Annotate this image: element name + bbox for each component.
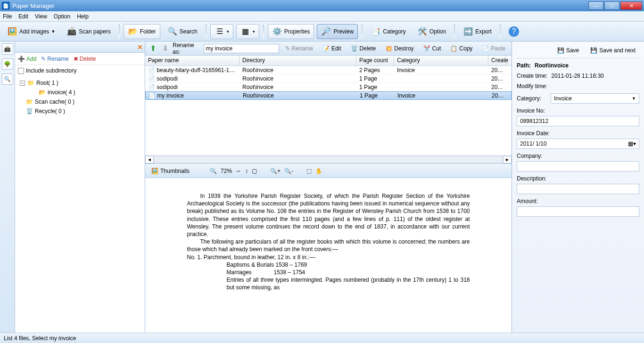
company-input[interactable] (517, 161, 639, 172)
col-create[interactable]: Create (488, 56, 506, 65)
table-row[interactable]: 📄 sodipodiRoot\invoice1 Page2011-0 (145, 83, 512, 91)
hand-icon[interactable]: ✋ (315, 168, 322, 174)
menu-edit[interactable]: Edit (18, 13, 28, 20)
tree-add-button[interactable]: ➕Add (18, 56, 36, 62)
invoice-date-input[interactable]: 2011/ 1/10 ▦▾ (517, 139, 639, 149)
col-paper-name[interactable]: Paper name (145, 56, 239, 65)
page-icon: 📄 (149, 92, 156, 99)
copy-button[interactable]: 📋Copy (447, 44, 476, 53)
tree-node-recycle[interactable]: 🗑️ Recycle( 0 ) (18, 106, 142, 116)
export-button[interactable]: ➡️ Export (459, 24, 496, 39)
rename-icon: ✎ (285, 45, 290, 52)
invoice-no-input[interactable]: 089812312 (517, 116, 639, 126)
table-row[interactable]: 📄 my invoiceRoot\invoice1 PageInvoice201… (145, 91, 512, 100)
rename-button[interactable]: ✎Rename (282, 44, 316, 53)
search-button[interactable]: 🔍 Search (163, 24, 202, 39)
col-directory[interactable]: Directory (239, 56, 356, 65)
folder-button[interactable]: 📂 Folder (124, 24, 160, 39)
recycle-icon: 🗑️ (25, 108, 33, 114)
copy-icon: 📋 (450, 45, 457, 52)
horizontal-scrollbar[interactable]: ◄ ► (145, 155, 512, 163)
calendar-icon[interactable]: ▦▾ (628, 140, 636, 147)
category-icon: 📑 (371, 26, 381, 37)
document-preview[interactable]: In 1939 the Yorkshire Parish Register So… (145, 178, 512, 333)
include-subdir-row[interactable]: Include subdirectory (15, 65, 145, 76)
collapse-icon[interactable]: − (20, 81, 25, 86)
col-page-count[interactable]: Page count (356, 56, 394, 65)
grid-body: 📄 beauty-hilary-duff-3165961-1024...Root… (145, 66, 512, 155)
add-images-button[interactable]: 🖼️ Add images ▼ (3, 24, 59, 39)
category-select[interactable]: Invoice ▼ (551, 93, 639, 104)
close-button[interactable]: ✕ (620, 1, 642, 10)
amount-input[interactable] (517, 206, 639, 217)
maximize-button[interactable]: □ (604, 1, 619, 10)
app-title: Paper Manager (12, 2, 588, 9)
save-button[interactable]: 💾Save (553, 45, 583, 56)
description-input[interactable] (517, 184, 639, 194)
delete-button[interactable]: 🗑️Delete (347, 44, 380, 53)
sidetab-tree[interactable]: 🌳 (2, 58, 13, 70)
menu-view[interactable]: View (35, 13, 47, 20)
table-row[interactable]: 📄 sodipodiRoot\invoice1 Page2011-0 (145, 74, 512, 83)
save-next-button[interactable]: 💾Save and next (586, 45, 639, 56)
cut-button[interactable]: ✂️Cut (420, 44, 445, 53)
minimize-button[interactable]: — (588, 1, 603, 10)
page-icon: 📄 (148, 67, 155, 74)
destroy-button[interactable]: 💥Destroy (382, 44, 417, 53)
scanner-icon: 📠 (66, 26, 77, 37)
tree-rename-button[interactable]: ✎Rename (41, 56, 68, 62)
scroll-track[interactable] (154, 156, 503, 163)
grid-header: Paper name Directory Page count Category… (145, 56, 512, 66)
list-view-button[interactable]: ☰▾ (210, 24, 233, 39)
category-button[interactable]: 📑 Category (366, 24, 410, 39)
sidetab-search[interactable]: 🔍 (2, 74, 13, 85)
properties-button[interactable]: ⚙️ Properties (268, 24, 314, 39)
side-tabs: 📠 🌳 🔍 (0, 41, 15, 333)
page-icon: 📄 (148, 75, 155, 82)
status-bar: List 4 files, Select my invoice (0, 333, 644, 343)
zoom-in-icon[interactable]: 🔍+ (270, 168, 281, 174)
table-row[interactable]: 📄 beauty-hilary-duff-3165961-1024...Root… (145, 66, 512, 74)
include-subdir-checkbox[interactable] (18, 68, 24, 74)
zoom-out-icon[interactable]: 🔍- (284, 168, 293, 174)
rename-icon: ✎ (41, 56, 46, 62)
menu-help[interactable]: Help (77, 13, 89, 20)
help-button[interactable]: ? (504, 24, 523, 39)
scan-papers-button[interactable]: 📠 Scan papers (62, 24, 115, 39)
chevron-down-icon: ▼ (632, 96, 636, 101)
scissors-icon: ✂️ (423, 45, 430, 52)
field-path: Path: Root\invoice (517, 62, 639, 69)
rename-as-label: Rename as: (173, 42, 200, 55)
edit-button[interactable]: 📝Edit (319, 44, 345, 53)
tree-node-scancache[interactable]: 📁 Scan cache( 0 ) (18, 97, 142, 106)
doc-line: Baptisms & Burials 1538 – 1769 (187, 261, 470, 269)
field-modify-time: Modify time: (517, 83, 639, 90)
menu-option[interactable]: Option (54, 13, 70, 20)
details-panel: 💾Save 💾Save and next Path: Root\invoice … (512, 41, 644, 333)
tree-node-invoice[interactable]: − 📂 invoice( 4 ) (18, 88, 142, 97)
fit-width-icon[interactable]: ↔ (236, 168, 241, 174)
tree-node-root[interactable]: − 📁 Root( 1 ) (18, 78, 142, 88)
option-button[interactable]: 🛠️ Option (413, 24, 450, 39)
fit-height-icon[interactable]: ↕ (245, 168, 248, 174)
zoom-icon[interactable]: 🔍 (210, 168, 217, 174)
paste-icon: 📄 (482, 45, 489, 52)
menu-file[interactable]: File (3, 13, 12, 20)
thumbnails-button[interactable]: 🖼️Thumbnails (148, 166, 193, 176)
doc-paragraph: In 1939 the Yorkshire Parish Register So… (187, 192, 470, 238)
paste-button[interactable]: 📄Paste (479, 44, 509, 53)
arrow-up-icon[interactable]: ⬆ (148, 43, 157, 54)
col-category[interactable]: Category (394, 56, 488, 65)
select-icon[interactable]: ⬚ (306, 168, 312, 174)
rename-input[interactable] (204, 44, 279, 53)
close-panel-icon[interactable]: ✕ (137, 43, 143, 51)
grid-view-button[interactable]: ▦▾ (236, 24, 259, 39)
scroll-right-icon[interactable]: ► (503, 156, 512, 163)
arrow-down-icon[interactable]: ⬇ (160, 43, 170, 54)
sidetab-scanner[interactable]: 📠 (2, 43, 13, 55)
preview-button[interactable]: 🔎 Preview (317, 24, 358, 39)
tree-delete-button[interactable]: ✖Delete (74, 56, 96, 62)
scroll-left-icon[interactable]: ◄ (145, 156, 154, 163)
app-icon: 📄 (2, 2, 9, 9)
fit-page-icon[interactable]: ▢ (252, 168, 257, 174)
